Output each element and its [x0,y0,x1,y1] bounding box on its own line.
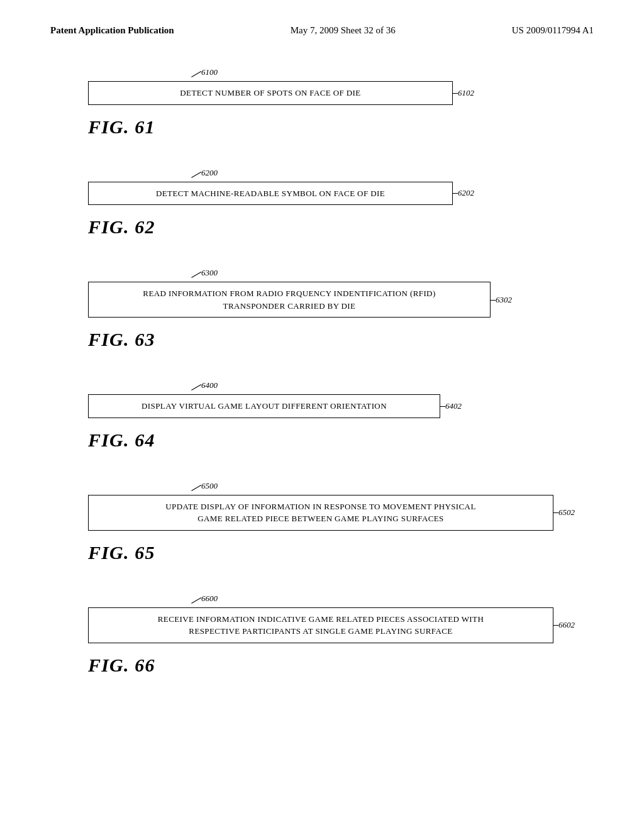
figure-65-section: 6500 UPDATE DISPLAY OF INFORMATION IN RE… [50,481,594,563]
figure-61-section: 6100 DETECT NUMBER OF SPOTS ON FACE OF D… [50,67,594,138]
fig66-box: RECEIVE INFORMATION INDICATIVE GAME RELA… [88,607,553,643]
fig64-box-ref: 6402 [445,401,462,411]
fig64-box-row: DISPLAY VIRTUAL GAME LAYOUT DIFFERENT OR… [88,394,594,418]
page-header: Patent Application Publication May 7, 20… [50,25,594,36]
fig66-label: FIG. 66 [88,655,594,676]
fig64-box: DISPLAY VIRTUAL GAME LAYOUT DIFFERENT OR… [88,394,440,418]
fig65-top-ref: 6500 [201,481,218,491]
fig61-label: FIG. 61 [88,116,594,138]
fig65-label: FIG. 65 [88,542,594,563]
fig63-box-row: READ INFORMATION FROM RADIO FRQUENCY IND… [88,282,594,318]
figure-66-section: 6600 RECEIVE INFORMATION INDICATIVE GAME… [50,594,594,676]
header-date-sheet: May 7, 2009 Sheet 32 of 36 [291,25,396,36]
page: Patent Application Publication May 7, 20… [0,0,644,830]
fig62-box: DETECT MACHINE-READABLE SYMBOL ON FACE O… [88,182,453,206]
fig63-box: READ INFORMATION FROM RADIO FRQUENCY IND… [88,282,491,318]
fig63-box-ref: 6302 [496,295,512,305]
fig61-box-row: DETECT NUMBER OF SPOTS ON FACE OF DIE 61… [88,81,594,105]
fig62-box-ref: 6202 [458,188,474,198]
header-publication-label: Patent Application Publication [50,25,174,36]
fig63-label: FIG. 63 [88,329,594,350]
fig61-box: DETECT NUMBER OF SPOTS ON FACE OF DIE [88,81,453,105]
fig66-top-ref: 6600 [201,594,218,604]
fig61-top-ref: 6100 [201,67,218,77]
figure-62-section: 6200 DETECT MACHINE-READABLE SYMBOL ON F… [50,168,594,238]
fig62-label: FIG. 62 [88,216,594,238]
fig64-label: FIG. 64 [88,429,594,451]
fig66-box-row: RECEIVE INFORMATION INDICATIVE GAME RELA… [88,607,594,643]
fig66-box-ref: 6602 [558,620,575,630]
figure-64-section: 6400 DISPLAY VIRTUAL GAME LAYOUT DIFFERE… [50,380,594,451]
fig65-box-row: UPDATE DISPLAY OF INFORMATION IN RESPONS… [88,495,594,531]
figure-63-section: 6300 READ INFORMATION FROM RADIO FRQUENC… [50,268,594,350]
header-patent-number: US 2009/0117994 A1 [512,25,594,36]
fig61-box-ref: 6102 [458,88,474,98]
fig64-top-ref: 6400 [201,380,218,390]
fig65-box: UPDATE DISPLAY OF INFORMATION IN RESPONS… [88,495,553,531]
fig63-top-ref: 6300 [201,268,218,278]
fig62-box-row: DETECT MACHINE-READABLE SYMBOL ON FACE O… [88,182,594,206]
fig62-top-ref: 6200 [201,168,218,178]
fig65-box-ref: 6502 [558,507,575,517]
